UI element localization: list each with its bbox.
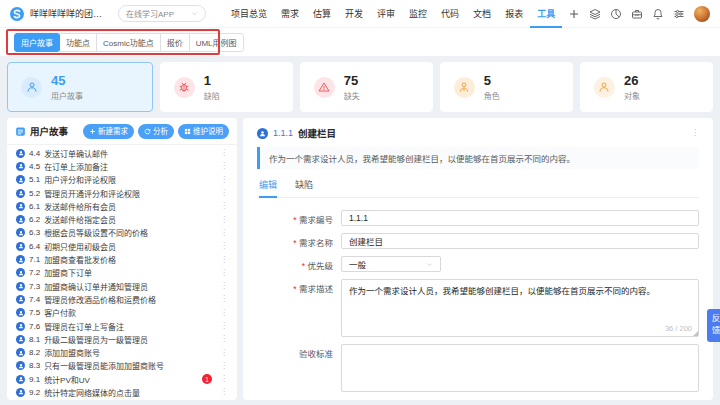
story-list-item[interactable]: 7.4 管理员修改酒品价格和运费价格 ⋮	[7, 293, 237, 306]
sliders-icon[interactable]	[673, 8, 685, 20]
more-icon[interactable]: ⋮	[216, 256, 228, 264]
menu-item-tools[interactable]: 工具	[530, 0, 562, 28]
stat-card-missing[interactable]: 75 缺失	[300, 62, 433, 112]
plus-icon[interactable]	[568, 8, 580, 20]
more-icon[interactable]: ⋮	[216, 362, 228, 370]
stat-card-defects[interactable]: 1 缺陷	[160, 62, 293, 112]
user-story-icon	[16, 215, 25, 224]
story-list-item[interactable]: 7.2 加盟商下订单 ⋮	[7, 266, 237, 279]
menu-item-requirements[interactable]: 需求	[274, 0, 306, 28]
stat-value: 75	[344, 74, 360, 88]
more-icon[interactable]: ⋮	[216, 202, 228, 210]
more-icon[interactable]: ⋮	[216, 295, 228, 303]
stat-value: 26	[624, 74, 640, 88]
menu-item-estimate[interactable]: 估算	[306, 0, 338, 28]
more-icon[interactable]: ⋮	[216, 242, 228, 250]
new-requirement-button[interactable]: 新建需求	[83, 124, 134, 139]
more-icon[interactable]: ⋮	[216, 309, 228, 317]
priority-select[interactable]: 一般	[341, 256, 441, 272]
toolbox-icon[interactable]	[631, 8, 643, 20]
story-list-item[interactable]: 9.1 统计PV和UV 1 ⋮	[7, 373, 237, 386]
detail-tabs: 编辑 缺陷	[257, 178, 699, 198]
team-name[interactable]: 咩咩咩咩咩的团队 ...	[30, 7, 110, 20]
tab-defects[interactable]: 缺陷	[295, 178, 313, 197]
story-list-item[interactable]: 4.5 在订单上添加备注 ⋮	[7, 160, 237, 173]
tab-edit[interactable]: 编辑	[259, 178, 277, 198]
user-avatar[interactable]	[694, 6, 710, 22]
story-code: 8.1	[29, 335, 40, 344]
feedback-tab[interactable]: 反馈	[707, 309, 720, 342]
tab-cosmic-function-points[interactable]: Cosmic功能点	[96, 33, 161, 52]
story-title: 加盟商下订单	[44, 267, 212, 278]
more-icon[interactable]: ⋮	[216, 216, 228, 224]
menu-item-review[interactable]: 评审	[370, 0, 402, 28]
menu-item-code[interactable]: 代码	[434, 0, 466, 28]
analyze-label: 分析	[153, 128, 168, 136]
story-list-item[interactable]: 9.2 统计特定网络媒体的点击量 ⋮	[7, 386, 237, 399]
story-list-item[interactable]: 7.1 加盟商查看批发价格 ⋮	[7, 253, 237, 266]
story-list-item[interactable]: 8.1 升级二级管理员为一级管理员 ⋮	[7, 333, 237, 346]
more-icon[interactable]: ⋮	[216, 388, 228, 396]
story-title: 只有一级管理员能添加加盟商账号	[44, 360, 212, 371]
new-requirement-label: 新建需求	[98, 128, 128, 136]
pie-chart-icon[interactable]	[610, 8, 622, 20]
stat-card-objects[interactable]: 26 对象	[580, 62, 713, 112]
layers-icon[interactable]	[589, 8, 601, 20]
menu-item-overview[interactable]: 项目总览	[224, 0, 274, 28]
story-list: 4.4 发送订单确认邮件 ⋮ 4.5 在订单上添加备注 ⋮	[7, 145, 237, 401]
story-title: 升级二级管理员为一级管理员	[44, 334, 212, 345]
story-list-item[interactable]: 4.4 发送订单确认邮件 ⋮	[7, 147, 237, 160]
menu-item-reports[interactable]: 报表	[498, 0, 530, 28]
more-icon[interactable]: ⋮	[216, 149, 228, 157]
resize-handle-icon[interactable]	[693, 331, 698, 336]
app-logo-icon[interactable]	[10, 7, 24, 21]
stat-card-roles[interactable]: 5 角色	[440, 62, 573, 112]
story-list-item[interactable]: 7.5 客户付款 ⋮	[7, 306, 237, 319]
story-list-item[interactable]: 6.1 发送邮件给所有会员 ⋮	[7, 200, 237, 213]
story-code: 6.3	[29, 228, 40, 237]
acceptance-textarea[interactable]	[341, 344, 699, 392]
story-list-item[interactable]: 7.3 加盟商确认订单并通知管理员 ⋮	[7, 279, 237, 292]
story-panel-header: 用户故事 新建需求 分析 维护说明	[7, 118, 237, 145]
story-list-item[interactable]: 7.6 管理员在订单上写备注 ⋮	[7, 319, 237, 332]
tab-user-stories[interactable]: 用户故事	[14, 33, 60, 52]
story-list-item[interactable]: 6.3 根据会员等级设置不同的价格 ⋮	[7, 226, 237, 239]
maintain-description-button[interactable]: 维护说明	[178, 124, 229, 139]
more-icon[interactable]: ⋮	[687, 129, 699, 137]
story-title: 添加加盟商账号	[44, 347, 212, 358]
more-icon[interactable]: ⋮	[216, 162, 228, 170]
story-list-item[interactable]: 8.2 添加加盟商账号 ⋮	[7, 346, 237, 359]
more-icon[interactable]: ⋮	[216, 322, 228, 330]
more-icon[interactable]: ⋮	[216, 229, 228, 237]
code-field[interactable]	[341, 210, 699, 226]
story-list-item[interactable]: 6.4 初期只使用初级会员 ⋮	[7, 240, 237, 253]
story-code: 6.1	[29, 202, 40, 211]
story-list-item[interactable]: 5.1 用户评分和评论权限 ⋮	[7, 173, 237, 186]
menu-item-develop[interactable]: 开发	[338, 0, 370, 28]
menu-item-monitor[interactable]: 监控	[402, 0, 434, 28]
bell-icon[interactable]	[652, 8, 664, 20]
menu-item-docs[interactable]: 文档	[466, 0, 498, 28]
more-icon[interactable]: ⋮	[216, 349, 228, 357]
tab-quotation[interactable]: 报价	[160, 33, 190, 52]
more-icon[interactable]: ⋮	[216, 189, 228, 197]
story-list-item[interactable]: 5.2 管理员开通评分和评论权限 ⋮	[7, 186, 237, 199]
description-textarea[interactable]: 作为一个需求设计人员，我希望能够创建栏目，以便能够在首页展示不同的内容。	[341, 279, 699, 337]
tab-uml-use-case[interactable]: UML用例图	[189, 33, 244, 52]
more-icon[interactable]: ⋮	[216, 335, 228, 343]
more-icon[interactable]: ⋮	[216, 375, 228, 383]
stat-card-user-stories[interactable]: 45 用户故事	[7, 62, 153, 112]
story-list-item[interactable]: 6.2 发送邮件给指定会员 ⋮	[7, 213, 237, 226]
story-list-item[interactable]: 8.3 只有一级管理员能添加加盟商账号 ⋮	[7, 359, 237, 372]
story-title: 初期只使用初级会员	[44, 241, 212, 252]
project-select[interactable]: 在线学习APP	[118, 5, 206, 22]
more-icon[interactable]: ⋮	[216, 269, 228, 277]
analyze-button[interactable]: 分析	[138, 124, 174, 139]
more-icon[interactable]: ⋮	[216, 282, 228, 290]
plus-icon	[89, 128, 96, 135]
name-field[interactable]	[341, 233, 699, 249]
story-title: 发送邮件给所有会员	[44, 201, 212, 212]
more-icon[interactable]: ⋮	[216, 176, 228, 184]
story-title: 管理员修改酒品价格和运费价格	[44, 294, 212, 305]
tab-function-points[interactable]: 功能点	[59, 33, 97, 52]
